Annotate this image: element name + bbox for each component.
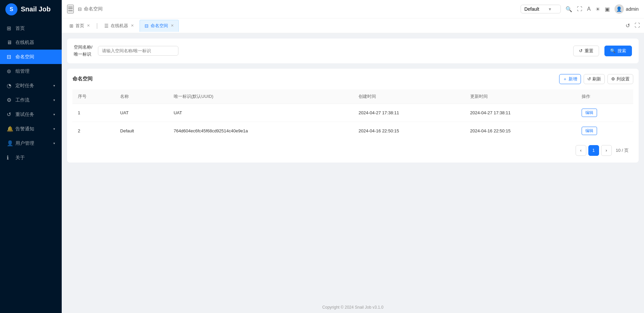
admin-area[interactable]: 👤 admin (614, 4, 639, 14)
tab-bar: ⊞ 首页 ✕ | ☰ 在线机器 ✕ ⊟ 命名空间 ✕ ↺ ⛶ (62, 18, 644, 33)
search-icon[interactable]: 🔍 (566, 6, 572, 12)
new-label: 新增 (569, 76, 577, 82)
col-created: 创建时间 (353, 89, 465, 104)
col-updated: 更新时间 (465, 89, 577, 104)
monitor-icon: 🖥 (7, 40, 12, 46)
sidebar-item-home[interactable]: ⊞ 首页 (0, 21, 62, 36)
column-settings-button[interactable]: ⚙ 列设置 (607, 74, 633, 84)
cell-uuid: 764d604ec6fc45f68cd92514c40e9e1a (168, 122, 353, 140)
cell-id: 1 (72, 104, 115, 122)
sidebar-item-user-mgmt[interactable]: 👤 用户管理 ▾ (0, 136, 62, 150)
sidebar-item-scheduled-tasks[interactable]: ◔ 定时任务 ▾ (0, 78, 62, 93)
tab-home-close[interactable]: ✕ (87, 23, 90, 28)
tab-namespace-close[interactable]: ✕ (171, 23, 174, 28)
sidebar-item-label: 重试任务 (15, 112, 34, 118)
edit-button[interactable]: 编辑 (582, 127, 597, 135)
namespace-value: Default (524, 6, 539, 12)
sidebar-item-retry-tasks[interactable]: ↺ 重试任务 ▾ (0, 107, 62, 122)
tab-expand-icon[interactable]: ⛶ (633, 21, 641, 30)
tab-separator: | (96, 22, 99, 29)
col-name: 名称 (115, 89, 168, 104)
translate-icon[interactable]: A (587, 6, 591, 12)
app-logo[interactable]: S Snail Job (0, 0, 62, 18)
next-page-button[interactable]: › (601, 145, 612, 156)
new-button[interactable]: ＋ 新增 (559, 74, 581, 84)
refresh-button[interactable]: ↺ 刷新 (584, 74, 605, 84)
sidebar-item-namespace[interactable]: ⊟ 命名空间 (0, 50, 62, 64)
chevron-down-icon: ▾ (53, 98, 55, 102)
breadcrumb: ⊟ 命名空间 (78, 6, 517, 12)
chevron-down-icon: ▾ (53, 113, 55, 116)
cell-id: 2 (72, 122, 115, 140)
search-icon: 🔍 (610, 48, 615, 53)
sidebar-item-label: 首页 (15, 25, 25, 32)
tab-refresh-icon[interactable]: ↺ (624, 21, 631, 30)
search-button[interactable]: 🔍 搜索 (604, 46, 632, 56)
tab-namespace[interactable]: ⊟ 命名空间 ✕ (140, 20, 179, 32)
reset-label: 重置 (585, 48, 593, 54)
theme-icon[interactable]: ☀ (595, 6, 600, 12)
sidebar-item-group-mgmt[interactable]: ⊚ 组管理 (0, 64, 62, 78)
filter-input[interactable] (98, 46, 178, 56)
chevron-down-icon: ▾ (53, 84, 55, 87)
cell-action: 编辑 (576, 122, 633, 140)
table-header: 命名空间 ＋ 新增 ↺ 刷新 ⚙ 列设置 (72, 74, 633, 84)
breadcrumb-icon: ⊟ (78, 6, 82, 12)
chevron-down-icon: ▾ (53, 141, 55, 145)
header-right: Default ▾ 🔍 ⛶ A ☀ ▣ 👤 admin (521, 4, 639, 14)
collapse-button[interactable]: ☰ (67, 5, 74, 13)
chevron-down-icon: ▾ (53, 127, 55, 131)
plus-icon: ＋ (563, 76, 567, 82)
table-row: 2 Default 764d604ec6fc45f68cd92514c40e9e… (72, 122, 633, 140)
admin-label: admin (626, 6, 639, 12)
reset-button[interactable]: ↺ 重置 (573, 46, 599, 56)
reset-icon: ↺ (579, 48, 583, 53)
group-icon: ⊚ (7, 68, 12, 74)
edit-button[interactable]: 编辑 (582, 109, 597, 117)
sidebar-item-label: 在线机器 (15, 40, 34, 46)
logo-icon: S (5, 3, 17, 15)
tab-home[interactable]: ⊞ 首页 ✕ (64, 20, 95, 32)
col-id: 序号 (72, 89, 115, 104)
tab-home-label: 首页 (75, 23, 84, 29)
workflow-icon: ⚙ (7, 97, 12, 103)
dropdown-arrow-icon: ▾ (549, 6, 551, 12)
app-name: Snail Job (21, 5, 51, 13)
home-icon: ⊞ (7, 25, 12, 32)
page-info: 10 / 页 (614, 147, 631, 153)
retry-icon: ↺ (7, 111, 12, 118)
tab-namespace-label: 命名空间 (151, 23, 168, 29)
sidebar-item-label: 工作流 (15, 97, 30, 103)
sidebar-item-label: 命名空间 (15, 54, 34, 60)
tab-machines-icon: ☰ (104, 23, 109, 28)
cell-updated: 2024-04-27 17:38:11 (465, 104, 577, 122)
table-actions: ＋ 新增 ↺ 刷新 ⚙ 列设置 (559, 74, 633, 84)
tab-bar-actions: ↺ ⛶ (624, 21, 641, 30)
sidebar-item-online-machines[interactable]: 🖥 在线机器 (0, 36, 62, 50)
avatar: 👤 (614, 4, 624, 14)
table-row: 1 UAT UAT 2024-04-27 17:38:11 2024-04-27… (72, 104, 633, 122)
sidebar-menu: ⊞ 首页 🖥 在线机器 ⊟ 命名空间 ⊚ 组管理 ◔ 定时任务 ▾ ⚙ 工作流 … (0, 18, 62, 313)
sidebar-item-label: 告警通知 (15, 126, 34, 132)
tab-home-icon: ⊞ (69, 23, 73, 28)
cell-created: 2024-04-16 22:50:15 (353, 122, 465, 140)
cell-action: 编辑 (576, 104, 633, 122)
sidebar-item-about[interactable]: ℹ 关于 (0, 150, 62, 165)
prev-page-button[interactable]: ‹ (576, 145, 586, 156)
settings-label: 列设置 (616, 76, 630, 82)
namespace-selector[interactable]: Default ▾ (521, 5, 561, 13)
cell-uuid: UAT (168, 104, 353, 122)
table-title: 命名空间 (72, 76, 93, 82)
fullscreen-icon[interactable]: ⛶ (577, 6, 582, 12)
tab-online-machines[interactable]: ☰ 在线机器 ✕ (99, 20, 139, 32)
cell-name: Default (115, 122, 168, 140)
layout-icon[interactable]: ▣ (605, 6, 610, 12)
sidebar-item-alert-notify[interactable]: 🔔 告警通知 ▾ (0, 122, 62, 136)
tab-machines-close[interactable]: ✕ (131, 23, 134, 28)
top-header: ☰ ⊟ 命名空间 Default ▾ 🔍 ⛶ A ☀ ▣ 👤 admin (62, 0, 644, 18)
footer-text: Copyright © 2024 Snail Job v3.1.0 (322, 305, 383, 310)
page-1-button[interactable]: 1 (588, 145, 599, 156)
col-action: 操作 (576, 89, 633, 104)
table-head-row: 序号 名称 唯一标识(默认UUID) 创建时间 更新时间 操作 (72, 89, 633, 104)
sidebar-item-workflow[interactable]: ⚙ 工作流 ▾ (0, 93, 62, 107)
